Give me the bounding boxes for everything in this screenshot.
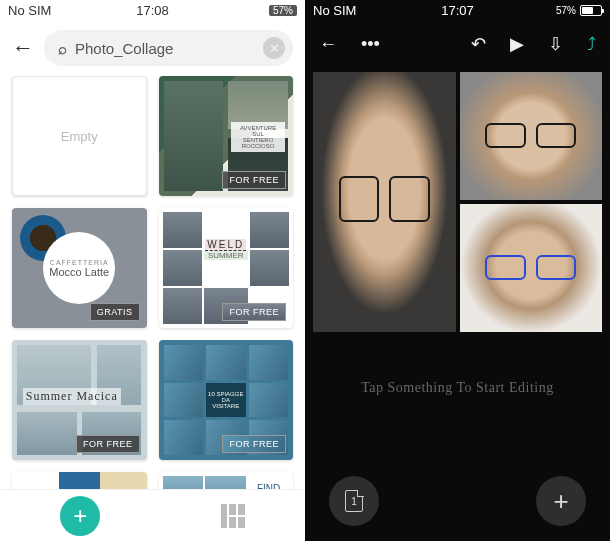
template-card[interactable]: CAFFETTERIA Mocco Latte GRATIS	[12, 208, 147, 328]
status-bar-left: No SIM 17:08 57%	[0, 0, 305, 20]
plus-icon: +	[553, 486, 568, 517]
share-button[interactable]: ⤴	[587, 34, 596, 55]
collage-cell[interactable]	[460, 204, 603, 332]
play-button[interactable]: ▶	[510, 33, 524, 55]
editor-hint-text: Tap Something To Start Editing	[305, 380, 610, 396]
template-card-empty[interactable]: Empty	[12, 76, 147, 196]
template-title: Mocco Latte	[49, 266, 109, 278]
bottom-nav-right: 1 +	[305, 471, 610, 531]
template-title: Summer Macica	[23, 388, 121, 405]
price-badge: GRATIS	[90, 303, 140, 321]
template-subtitle: CAFFETTERIA	[50, 259, 109, 266]
template-card[interactable]: Summer Macica FOR FREE	[12, 340, 147, 460]
template-grid: Empty AVVENTURE SUL SENTIERO ROCCIOSO FO…	[0, 76, 305, 506]
collage-cell[interactable]	[460, 72, 603, 200]
bottom-nav-left: +	[0, 489, 305, 541]
battery-percent: 57%	[556, 5, 576, 16]
template-title: WELD	[205, 239, 246, 251]
price-badge: FOR FREE	[222, 435, 286, 453]
back-button[interactable]: ←	[12, 35, 34, 61]
price-badge: FOR FREE	[222, 303, 286, 321]
price-badge: FOR FREE	[222, 171, 286, 189]
undo-button[interactable]: ↶	[471, 33, 486, 55]
clock: 17:08	[136, 3, 169, 18]
template-card[interactable]: WELD SUMMER FOR FREE	[159, 208, 294, 328]
editor-toolbar: ← ••• ↶ ▶ ⇩ ⤴	[305, 20, 610, 68]
battery-icon	[580, 5, 602, 16]
editor-panel: No SIM 17:07 57% ← ••• ↶ ▶ ⇩ ⤴ Tap Somet…	[305, 0, 610, 541]
back-button[interactable]: ←	[319, 34, 337, 55]
more-menu-button[interactable]: •••	[361, 34, 380, 55]
template-subtitle: SUMMER	[204, 251, 248, 260]
template-title: AVVENTURE SUL SENTIERO ROCCIOSO	[231, 122, 285, 152]
add-button[interactable]: +	[536, 476, 586, 526]
layouts-button[interactable]	[221, 504, 245, 528]
template-title: 10 SPIAGGE DA VISITARE	[206, 383, 246, 418]
pages-button[interactable]: 1	[329, 476, 379, 526]
download-button[interactable]: ⇩	[548, 33, 563, 55]
template-card[interactable]: AVVENTURE SUL SENTIERO ROCCIOSO FOR FREE	[159, 76, 294, 196]
search-input[interactable]: ⌕ Photo_Collage ✕	[44, 30, 293, 66]
carrier-text: No SIM	[313, 3, 356, 18]
status-bar-right: No SIM 17:07 57%	[305, 0, 610, 20]
collage-cell[interactable]	[313, 72, 456, 332]
page-count: 1	[351, 496, 357, 507]
battery-percent: 57%	[269, 5, 297, 16]
create-button[interactable]: +	[60, 496, 100, 536]
clock: 17:07	[441, 3, 474, 18]
collage-canvas[interactable]	[313, 72, 602, 332]
search-icon: ⌕	[58, 40, 67, 57]
empty-label: Empty	[61, 129, 98, 144]
price-badge: FOR FREE	[76, 435, 140, 453]
clear-search-button[interactable]: ✕	[263, 37, 285, 59]
carrier-text: No SIM	[8, 3, 51, 18]
search-query-text: Photo_Collage	[75, 40, 255, 57]
template-browser-panel: No SIM 17:08 57% ← ⌕ Photo_Collage ✕ Emp…	[0, 0, 305, 541]
search-row: ← ⌕ Photo_Collage ✕	[0, 20, 305, 76]
battery-indicator: 57%	[556, 5, 602, 16]
template-card[interactable]: 10 SPIAGGE DA VISITARE FOR FREE	[159, 340, 294, 460]
